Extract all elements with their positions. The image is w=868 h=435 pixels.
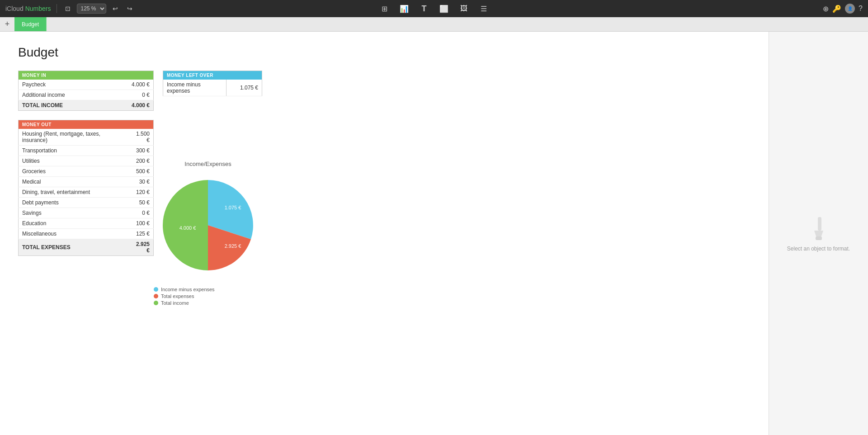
table-icon[interactable]: ⊞ <box>378 2 391 15</box>
money-out-row-label: Groceries <box>19 166 128 177</box>
paint-icon-container: Select an object to format. <box>787 215 850 252</box>
avatar-group: 👤 <box>845 4 855 14</box>
money-out-row: Savings0 € <box>19 208 154 218</box>
money-out-row-label: Housing (Rent, mortgage, taxes, insuranc… <box>19 129 128 146</box>
settings-icon[interactable]: 🔑 <box>832 5 841 13</box>
pie-label-left-over: 1.075 € <box>225 205 241 210</box>
money-out-table: MONEY OUT Housing (Rent, mortgage, taxes… <box>18 120 154 256</box>
add-collaborator-icon[interactable]: ⊕ <box>823 5 829 13</box>
money-in-row-value: 0 € <box>108 90 154 100</box>
right-panel-label: Select an object to format. <box>787 246 850 252</box>
money-in-table: MONEY IN Paycheck4.000 €Additional incom… <box>18 71 154 111</box>
pie-label-income: 4.000 € <box>179 225 196 231</box>
money-out-row-label: Miscellaneous <box>19 229 128 239</box>
money-in-row: Additional income0 € <box>19 90 154 100</box>
zoom-select[interactable]: 125 % 50 % 75 % 100 % 150 % 200 % <box>77 4 106 14</box>
money-in-total-row: TOTAL INCOME 4.000 € <box>19 100 154 111</box>
money-out-row-label: Utilities <box>19 156 128 166</box>
legend-item-left-over: Income minus expenses <box>154 287 262 292</box>
legend-label-expenses: Total expenses <box>161 293 194 299</box>
shape-icon[interactable]: ⬜ <box>438 2 450 15</box>
toolbar: iCloud Numbers ⊡ 125 % 50 % 75 % 100 % 1… <box>0 0 868 17</box>
paintbrush-icon <box>805 215 832 242</box>
brand-icloud: iCloud <box>5 5 24 12</box>
pie-chart: 1.075 € 2.925 € 4.000 € <box>154 171 262 279</box>
pie-legend: Income minus expenses Total expenses Tot… <box>154 287 262 306</box>
redo-btn[interactable]: ↪ <box>124 4 135 13</box>
image-icon[interactable]: 🖼 <box>458 2 470 15</box>
brand: iCloud Numbers <box>5 5 51 12</box>
money-out-row: Medical30 € <box>19 177 154 187</box>
brand-numbers: Numbers <box>25 5 51 12</box>
chart-title: Income/Expenses <box>154 161 262 167</box>
money-out-row-label: Medical <box>19 177 128 187</box>
money-out-row-value: 100 € <box>128 218 153 229</box>
legend-dot-left-over <box>154 287 158 292</box>
money-in-section: MONEY IN Paycheck4.000 €Additional incom… <box>18 71 154 111</box>
legend-item-income: Total income <box>154 300 262 306</box>
toolbar-center-icons: ⊞ 📊 T ⬜ 🖼 ☰ <box>378 2 490 15</box>
money-in-total-label: TOTAL INCOME <box>19 100 108 111</box>
chart-area: Income/Expenses 1.075 € 2.925 € 4.000 € <box>154 161 262 307</box>
undo-btn[interactable]: ↩ <box>110 4 121 13</box>
money-out-row-label: Savings <box>19 208 128 218</box>
money-in-header: MONEY IN <box>19 71 154 80</box>
money-out-row-value: 300 € <box>128 146 153 156</box>
money-out-section: MONEY OUT Housing (Rent, mortgage, taxes… <box>18 120 750 256</box>
money-out-row-value: 0 € <box>128 208 153 218</box>
money-in-row-value: 4.000 € <box>108 80 154 90</box>
avatar: 👤 <box>845 4 855 14</box>
legend-label-income: Total income <box>161 300 189 306</box>
page-title: Budget <box>18 45 750 60</box>
list-icon[interactable]: ☰ <box>477 2 490 15</box>
money-out-row: Education100 € <box>19 218 154 229</box>
money-out-row-value: 120 € <box>128 187 153 198</box>
money-in-row-label: Paycheck <box>19 80 108 90</box>
help-icon[interactable]: ? <box>859 5 863 13</box>
toolbar-divider <box>57 4 57 13</box>
money-out-total-row: TOTAL EXPENSES 2.925 € <box>19 239 154 256</box>
legend-item-expenses: Total expenses <box>154 293 262 299</box>
legend-label-left-over: Income minus expenses <box>161 287 215 292</box>
money-in-row: Paycheck4.000 € <box>19 80 154 90</box>
money-out-row-value: 1.500 € <box>128 129 153 146</box>
money-out-header-row: MONEY OUT <box>19 120 154 129</box>
legend-dot-expenses <box>154 294 158 298</box>
tab-budget[interactable]: Budget <box>14 17 47 31</box>
money-left-header: MONEY LEFT OVER <box>163 71 262 80</box>
chart-icon[interactable]: 📊 <box>398 2 410 15</box>
legend-dot-income <box>154 301 158 305</box>
toolbar-right: ⊕ 🔑 👤 ? <box>823 4 863 14</box>
money-left-header-row: MONEY LEFT OVER <box>163 71 262 80</box>
money-in-total-value: 4.000 € <box>108 100 154 111</box>
money-out-row: Miscellaneous125 € <box>19 229 154 239</box>
money-out-row-value: 500 € <box>128 166 153 177</box>
text-icon[interactable]: T <box>418 2 430 15</box>
money-out-row-value: 125 € <box>128 229 153 239</box>
money-in-header-row: MONEY IN <box>19 71 154 80</box>
svg-marker-1 <box>814 231 823 237</box>
money-left-section: MONEY LEFT OVER Income minus expenses1.0… <box>163 71 262 111</box>
money-out-row-label: Education <box>19 218 128 229</box>
money-out-total-value: 2.925 € <box>128 239 153 256</box>
right-panel: Select an object to format. <box>769 32 868 435</box>
money-left-table: MONEY LEFT OVER Income minus expenses1.0… <box>163 71 262 96</box>
money-out-row-value: 200 € <box>128 156 153 166</box>
money-out-row: Transportation300 € <box>19 146 154 156</box>
money-out-row-label: Debt payments <box>19 198 128 208</box>
money-left-row-label: Income minus expenses <box>163 80 226 96</box>
money-out-row: Dining, travel, entertainment120 € <box>19 187 154 198</box>
svg-rect-0 <box>818 217 821 231</box>
money-out-row: Debt payments50 € <box>19 198 154 208</box>
canvas: Budget MONEY IN Paycheck4.000 €Additiona… <box>0 32 868 435</box>
money-out-row-label: Transportation <box>19 146 128 156</box>
money-out-row: Housing (Rent, mortgage, taxes, insuranc… <box>19 129 154 146</box>
money-left-row: Income minus expenses1.075 € <box>163 80 262 96</box>
money-in-row-label: Additional income <box>19 90 108 100</box>
window-icon-btn[interactable]: ⊡ <box>62 4 73 13</box>
add-tab-btn[interactable]: + <box>0 17 14 31</box>
money-out-row-value: 50 € <box>128 198 153 208</box>
pie-label-expenses: 2.925 € <box>225 243 241 249</box>
money-out-row-value: 30 € <box>128 177 153 187</box>
svg-rect-2 <box>816 236 822 240</box>
